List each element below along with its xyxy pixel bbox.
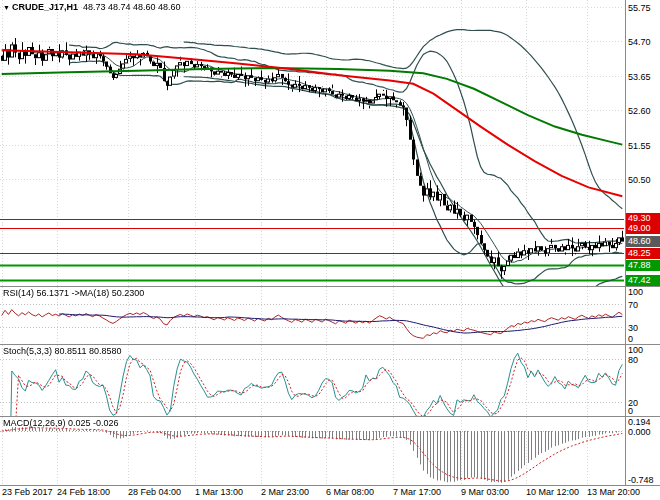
time-label: 24 Feb 18:00 — [57, 487, 110, 497]
rsi-axis: 10070300 — [625, 287, 660, 344]
rsi-tick: 30 — [628, 323, 638, 333]
time-label: 6 Mar 08:00 — [326, 487, 374, 497]
price-tick: 55.75 — [628, 3, 651, 13]
stoch-tick: 80 — [628, 355, 638, 365]
stoch-tick: 0 — [628, 406, 633, 416]
rsi-tick: 0 — [628, 334, 633, 344]
macd-tick: -0.748 — [628, 475, 654, 485]
chart-title: ▼CRUDE_J17,H148.73 48.74 48.60 48.60 — [3, 2, 181, 12]
time-label: 13 Mar 20:00 — [587, 487, 640, 497]
main-chart-panel[interactable]: 55.7554.7053.6552.6051.5550.5049.3049.00… — [0, 0, 660, 286]
time-label: 10 Mar 12:00 — [526, 487, 579, 497]
macd-tick: 0.194 — [628, 417, 651, 427]
stoch-tick: 100 — [628, 345, 643, 355]
stochastic-label: Stoch(5,3,3) 80.8511 80.8580 — [3, 346, 121, 356]
time-label: 7 Mar 17:00 — [393, 487, 441, 497]
time-label: 23 Feb 2017 — [2, 487, 53, 497]
price-level-badge: 48.60 — [626, 236, 660, 247]
macd-label: MACD(12,26,9) 0.025 -0.026 — [3, 418, 119, 428]
price-level-badge: 47.88 — [626, 260, 660, 271]
ohlc-readout: 48.73 48.74 48.60 48.60 — [83, 2, 181, 12]
price-tick: 50.50 — [628, 175, 651, 185]
price-tick: 54.70 — [628, 37, 651, 47]
price-tick: 53.65 — [628, 72, 651, 82]
time-label: 9 Mar 03:00 — [461, 487, 509, 497]
time-axis[interactable]: 23 Feb 201724 Feb 18:0028 Feb 04:001 Mar… — [0, 486, 660, 500]
time-label: 1 Mar 13:00 — [195, 487, 243, 497]
macd-axis: 0.1940.000-0.748 — [625, 417, 660, 485]
macd-tick: 0.000 — [628, 427, 651, 437]
time-label: 28 Feb 04:00 — [128, 487, 181, 497]
price-level-badge: 47.42 — [626, 275, 660, 286]
price-tick: 52.60 — [628, 106, 651, 116]
rsi-tick: 70 — [628, 300, 638, 310]
price-tick: 51.55 — [628, 141, 651, 151]
time-label: 2 Mar 23:00 — [261, 487, 309, 497]
rsi-panel[interactable]: 10070300 RSI(14) 56.1371 ->MA(18) 50.230… — [0, 287, 660, 344]
rsi-tick: 100 — [628, 287, 643, 297]
symbol-period-label: CRUDE_J17,H1 — [12, 2, 78, 12]
stochastic-axis: 10080200 — [625, 345, 660, 416]
price-axis: 55.7554.7053.6552.6051.5550.5049.3049.00… — [625, 0, 660, 286]
symbol-dropdown-icon[interactable]: ▼ — [3, 4, 10, 11]
candlestick-chart[interactable] — [0, 0, 624, 286]
rsi-label: RSI(14) 56.1371 ->MA(18) 50.2300 — [3, 288, 144, 298]
macd-panel[interactable]: 0.1940.000-0.748 MACD(12,26,9) 0.025 -0.… — [0, 417, 660, 485]
stochastic-panel[interactable]: 10080200 Stoch(5,3,3) 80.8511 80.8580 — [0, 345, 660, 416]
price-level-badge: 49.00 — [626, 223, 660, 234]
price-level-badge: 48.25 — [626, 248, 660, 259]
trading-chart-window: 55.7554.7053.6552.6051.5550.5049.3049.00… — [0, 0, 660, 500]
